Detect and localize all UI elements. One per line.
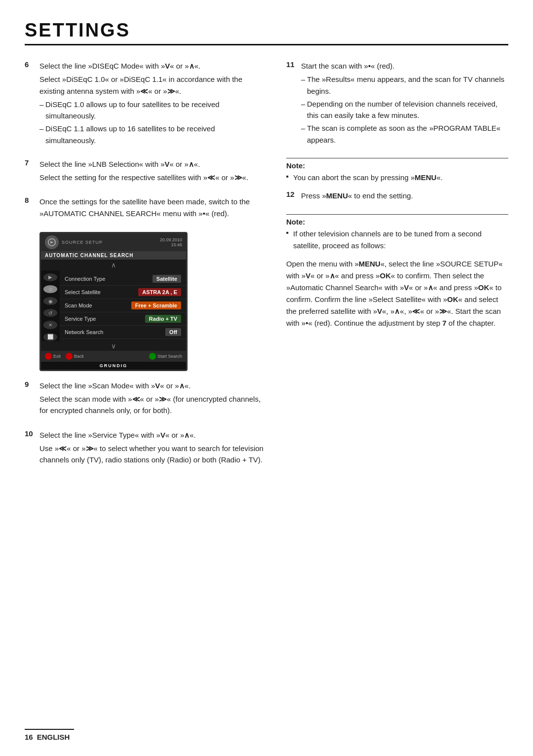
tv-search-label: Start Search: [157, 354, 182, 359]
extra-instructions: Open the menu with »MENU«, select the li…: [286, 258, 508, 329]
tv-service-value: Radio + TV: [145, 315, 181, 323]
tv-btn-search: Start Search: [149, 353, 182, 360]
tv-top-bar: SOURCE SETUP 20.09.201015:46: [41, 233, 186, 251]
note-2-title: Note:: [286, 218, 508, 226]
tv-network-label: Network Search: [65, 329, 103, 335]
tv-service-label: Service Type: [65, 316, 96, 322]
tv-title-bar: AUTOMATIC CHANNEL SEARCH: [41, 251, 186, 260]
step-7: 7 Select the line »LNB Selection« with »…: [25, 158, 266, 186]
tv-exit-btn-circle: [45, 353, 52, 360]
step-8: 8 Once the settings for the satellite ha…: [25, 196, 266, 221]
step-6-bullet-2: DiSEqC 1.1 allows up to 16 satellites to…: [39, 123, 266, 146]
note-2: Note: If other television channels are t…: [286, 214, 508, 251]
tv-satellite-label: Select Satellite: [65, 289, 101, 295]
main-content: 6 Select the line »DISEqC Mode« with »V«…: [25, 60, 508, 478]
step-11-bullet-1: The »Results« menu appears, and the scan…: [301, 74, 508, 97]
tv-connection-value: Satellite: [152, 275, 181, 283]
tv-mockup: SOURCE SETUP 20.09.201015:46 AUTOMATIC C…: [39, 232, 188, 371]
tv-sidebar-close: ✕: [43, 321, 57, 329]
tv-back-btn-circle: [66, 353, 73, 360]
tv-sidebar-rotate: ↺: [43, 309, 57, 317]
tv-back-label: Back: [74, 354, 84, 359]
step-11-text: Start the scan with »•« (red). The »Resu…: [301, 60, 508, 147]
tv-btn-exit: Exit: [45, 353, 61, 360]
tv-logo-area: [45, 235, 59, 249]
tv-main: Connection Type Satellite Select Satelli…: [60, 270, 186, 341]
tv-bottom-bar: Exit Back Start Search: [41, 351, 186, 362]
step-8-text: Once the settings for the satellite have…: [39, 196, 266, 221]
tv-date: 20.09.201015:46: [160, 237, 182, 247]
tv-row-satellite: Select Satellite ASTRA 2A , E: [60, 286, 186, 299]
tv-icon: [45, 235, 59, 249]
step-8-num: 8: [25, 196, 35, 221]
step-11: 11 Start the scan with »•« (red). The »R…: [286, 60, 508, 147]
step-12-text: Press »MENU« to end the setting.: [301, 190, 413, 203]
step-6-text: Select the line »DISEqC Mode« with »V« o…: [39, 60, 266, 148]
tv-scan-label: Scan Mode: [65, 302, 92, 308]
step-7-text: Select the line »LNB Selection« with »V«…: [39, 158, 248, 186]
tv-btn-back: Back: [66, 353, 84, 360]
tv-arrow-down: ∨: [41, 341, 186, 351]
step-6: 6 Select the line »DISEqC Mode« with »V«…: [25, 60, 266, 148]
page-footer: 16 ENGLISH: [25, 729, 74, 741]
step-11-num: 11: [286, 60, 296, 147]
tv-menu: Connection Type Satellite Select Satelli…: [60, 270, 186, 341]
tv-source-label: SOURCE SETUP: [62, 240, 160, 245]
tv-row-service: Service Type Radio + TV: [60, 312, 186, 326]
step-12-num: 12: [286, 190, 296, 203]
page: SETTINGS 6 Select the line »DISEqC Mode«…: [0, 0, 533, 756]
tv-body: ▶ ⚙ ◉ ↺ ✕ ⬜ Connection Type Satellit: [41, 270, 186, 341]
tv-network-value: Off: [165, 328, 181, 336]
tv-brand: GRUNDIG: [41, 362, 186, 370]
step-12: 12 Press »MENU« to end the setting.: [286, 190, 508, 203]
tv-arrow-up: ∧: [41, 260, 186, 270]
step-11-bullet-3: The scan is complete as soon as the »PRO…: [301, 122, 508, 146]
tv-exit-label: Exit: [53, 354, 61, 359]
tv-scan-value: Free + Scramble: [131, 302, 181, 309]
tv-row-network: Network Search Off: [60, 326, 186, 339]
step-9-num: 9: [25, 380, 35, 418]
footer-number: 16: [25, 733, 33, 741]
step-6-num: 6: [25, 60, 35, 148]
footer-language: ENGLISH: [37, 733, 70, 741]
note-1-content: You can abort the scan by pressing »MENU…: [286, 172, 508, 183]
tv-satellite-value: ASTRA 2A , E: [138, 288, 181, 296]
page-title: SETTINGS: [25, 20, 508, 45]
note-1-title: Note:: [286, 161, 508, 170]
step-10: 10 Select the line »Service Type« with »…: [25, 429, 266, 468]
tv-screen: SOURCE SETUP 20.09.201015:46 AUTOMATIC C…: [39, 232, 188, 371]
tv-row-connection: Connection Type Satellite: [60, 272, 186, 286]
note-2-content: If other television channels are to be t…: [286, 228, 508, 251]
step-10-num: 10: [25, 429, 35, 468]
tv-sidebar: ▶ ⚙ ◉ ↺ ✕ ⬜: [41, 270, 60, 341]
step-9-text: Select the line »Scan Mode« with »V« or …: [39, 380, 266, 418]
right-column: 11 Start the scan with »•« (red). The »R…: [286, 60, 508, 478]
left-column: 6 Select the line »DISEqC Mode« with »V«…: [25, 60, 266, 478]
note-1: Note: You can abort the scan by pressing…: [286, 158, 508, 183]
step-9: 9 Select the line »Scan Mode« with »V« o…: [25, 380, 266, 418]
tv-sidebar-play: ▶: [43, 273, 57, 281]
tv-row-scan: Scan Mode Free + Scramble: [60, 299, 186, 312]
tv-search-btn-circle: [149, 353, 156, 360]
step-7-num: 7: [25, 158, 35, 186]
tv-sidebar-box: ⬜: [43, 333, 57, 341]
step-6-bullet-1: DiSEqC 1.0 allows up to four satellites …: [39, 99, 266, 122]
tv-sidebar-settings: ⚙: [43, 285, 57, 293]
step-10-text: Select the line »Service Type« with »V« …: [39, 429, 266, 468]
tv-connection-label: Connection Type: [65, 276, 105, 282]
step-11-bullet-2: Depending on the number of television ch…: [301, 98, 508, 121]
tv-sidebar-circle: ◉: [43, 297, 57, 305]
